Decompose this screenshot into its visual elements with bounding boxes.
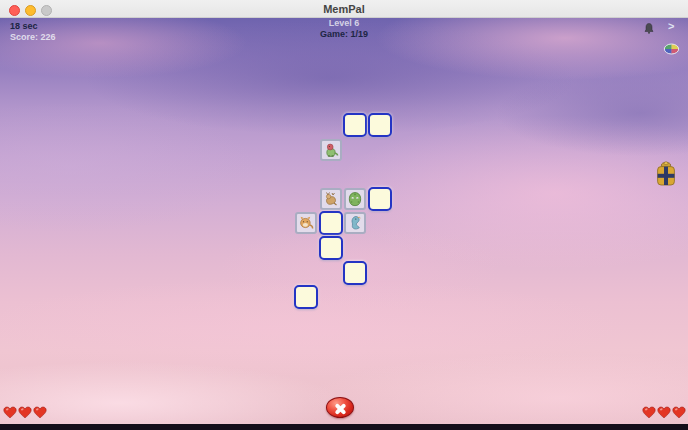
- card-face-orange-cat[interactable]: [295, 212, 317, 234]
- card-back[interactable]: [343, 113, 367, 137]
- blue-seahorse-icon: [347, 215, 363, 231]
- card-back[interactable]: [368, 187, 392, 211]
- card-back[interactable]: [319, 236, 343, 260]
- card-face-tan-deer[interactable]: [320, 188, 342, 210]
- card-back[interactable]: [294, 285, 318, 309]
- card-face-green-dino-red-hair[interactable]: [320, 139, 342, 161]
- green-dino-red-hair-icon: [323, 142, 339, 158]
- heart-icon: [642, 406, 656, 419]
- heart-icon: [3, 406, 17, 419]
- heart-icon: [672, 406, 686, 419]
- mempal-window: MemPal 18 sec Score: 226 Level 6 Game: 1…: [0, 0, 688, 430]
- heart-icon: [18, 406, 32, 419]
- exit-game-button[interactable]: [326, 397, 354, 418]
- card-back[interactable]: [368, 113, 392, 137]
- lives-left: [3, 406, 47, 419]
- card-face-blue-seahorse[interactable]: [344, 212, 366, 234]
- orange-cat-icon: [298, 215, 314, 231]
- tan-deer-icon: [323, 191, 339, 207]
- card-back[interactable]: [319, 211, 343, 235]
- gift-icon[interactable]: [655, 159, 677, 187]
- heart-icon: [657, 406, 671, 419]
- green-monster-icon: [347, 191, 363, 207]
- card-board: [0, 0, 688, 430]
- heart-icon: [33, 406, 47, 419]
- card-back[interactable]: [343, 261, 367, 285]
- card-face-green-monster[interactable]: [344, 188, 366, 210]
- lives-right: [642, 406, 686, 419]
- bottom-bar: [0, 424, 688, 430]
